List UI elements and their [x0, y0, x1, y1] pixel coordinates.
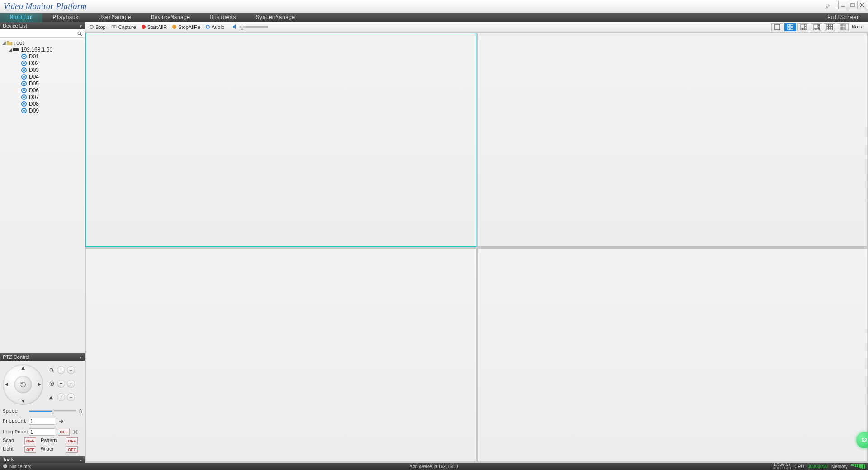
layout-8-button[interactable]: [811, 23, 822, 31]
tree-channel[interactable]: D06: [0, 87, 85, 94]
light-toggle[interactable]: OFF: [24, 446, 36, 453]
tree-channel[interactable]: D08: [0, 100, 85, 107]
pattern-label: Pattern: [41, 437, 63, 444]
menu-business[interactable]: Business: [200, 13, 246, 22]
tree-device-label: 192.168.1.60: [21, 47, 52, 53]
tree-channel[interactable]: D02: [0, 60, 85, 66]
zoom-in-button[interactable]: +: [57, 366, 65, 374]
video-cell-4[interactable]: [477, 248, 868, 462]
prepoint-go-button[interactable]: [58, 418, 65, 424]
device-list-title: Device List: [3, 23, 27, 28]
svg-point-11: [50, 382, 54, 386]
svg-rect-21: [791, 28, 793, 30]
looppoint-toggle[interactable]: OFF: [58, 429, 70, 436]
layout-1-button[interactable]: [771, 23, 783, 31]
content-area: Stop Capture StartAllR StopAllRe Audio M…: [85, 22, 868, 463]
info-icon: [3, 464, 8, 470]
collapse-icon[interactable]: ◢: [2, 40, 6, 45]
prepoint-combo[interactable]: [29, 418, 55, 425]
menu-playback[interactable]: Playback: [42, 13, 89, 22]
tree-channel[interactable]: D07: [0, 94, 85, 100]
layout-9-button[interactable]: [824, 23, 835, 31]
svg-rect-17: [774, 24, 780, 30]
speaker-icon[interactable]: [232, 24, 238, 30]
ptz-down-button[interactable]: [20, 398, 26, 404]
toolbar: Stop Capture StartAllR StopAllRe Audio M…: [85, 22, 868, 32]
tree-channel[interactable]: D03: [0, 66, 85, 73]
ptz-left-button[interactable]: [4, 381, 10, 388]
looppoint-delete-button[interactable]: [72, 429, 79, 435]
camera-icon: [21, 94, 27, 100]
camera-icon: [111, 24, 117, 30]
svg-line-5: [80, 34, 82, 36]
maximize-button[interactable]: [848, 1, 858, 9]
video-cell-2[interactable]: [477, 33, 868, 247]
menu-monitor[interactable]: Monitor: [0, 13, 42, 22]
wiper-toggle[interactable]: OFF: [66, 446, 78, 453]
svg-rect-37: [829, 24, 830, 26]
stop-all-record-button[interactable]: StopAllRe: [170, 22, 203, 32]
layout-more-button[interactable]: More: [850, 24, 866, 30]
ptz-right-button[interactable]: [36, 381, 42, 388]
ptz-home-button[interactable]: [14, 376, 32, 393]
ptz-title: PTZ Control: [3, 354, 29, 360]
svg-line-10: [52, 371, 54, 372]
device-list-header[interactable]: Device List ▾: [0, 22, 85, 29]
layout-4-button[interactable]: [784, 23, 796, 31]
tree-root-label: root: [14, 40, 24, 46]
focus-in-button[interactable]: +: [57, 380, 65, 388]
camera-icon: [21, 108, 27, 114]
tree-channel[interactable]: D05: [0, 80, 85, 87]
pattern-toggle[interactable]: OFF: [66, 437, 78, 444]
collapse-icon[interactable]: ◢: [8, 47, 13, 52]
ptz-up-button[interactable]: [20, 365, 26, 371]
camera-icon: [21, 101, 27, 107]
stop-icon: [90, 25, 94, 29]
menu-usermanage[interactable]: UserManage: [89, 13, 141, 22]
mem-label: Memory: [831, 464, 848, 469]
tree-root[interactable]: ◢ root: [0, 39, 85, 46]
tree-channel[interactable]: D04: [0, 73, 85, 80]
video-grid: [85, 32, 868, 463]
tree-device[interactable]: ◢ 192.168.1.60: [0, 46, 85, 53]
svg-rect-28: [814, 24, 818, 28]
layout-6-button[interactable]: [797, 23, 809, 31]
looppoint-combo[interactable]: [29, 428, 55, 436]
video-cell-3[interactable]: [86, 248, 476, 462]
video-cell-1[interactable]: [86, 33, 476, 247]
capture-button[interactable]: Capture: [108, 22, 139, 32]
iris-close-button[interactable]: −: [67, 393, 75, 401]
svg-rect-36: [827, 24, 829, 26]
zoom-out-button[interactable]: −: [67, 366, 75, 374]
search-icon[interactable]: [76, 30, 83, 37]
layout-16-button[interactable]: [837, 23, 849, 31]
menu-devicemanage[interactable]: DeviceManage: [141, 13, 200, 22]
close-button[interactable]: [857, 1, 867, 9]
svg-rect-35: [818, 29, 820, 30]
tools-header[interactable]: Tools ▸: [0, 456, 85, 463]
volume-slider[interactable]: [240, 26, 268, 28]
iris-open-button[interactable]: +: [57, 393, 65, 401]
svg-point-16: [113, 26, 114, 28]
search-input[interactable]: [0, 30, 75, 38]
minimize-button[interactable]: [838, 1, 848, 9]
speed-slider[interactable]: [29, 410, 76, 412]
fullscreen-button[interactable]: FullScreen: [827, 13, 860, 22]
prepoint-label: Prepoint: [3, 418, 26, 424]
sidebar: Device List ▾ ◢ root ◢ 1: [0, 22, 85, 463]
focus-icon: [48, 380, 55, 387]
pin-icon[interactable]: [823, 2, 832, 11]
svg-rect-18: [788, 24, 790, 27]
ptz-header[interactable]: PTZ Control ▾: [0, 353, 85, 361]
tree-channel[interactable]: D01: [0, 53, 85, 60]
audio-button[interactable]: Audio: [203, 22, 227, 32]
stop-button[interactable]: Stop: [87, 22, 108, 32]
wiper-label: Wiper: [41, 446, 63, 453]
start-all-record-button[interactable]: StartAllR: [139, 22, 170, 32]
notice-label: NoticeInfo:: [9, 464, 31, 469]
focus-out-button[interactable]: −: [67, 380, 75, 388]
tree-channel[interactable]: D09: [0, 107, 85, 114]
menu-systemmanage[interactable]: SystemManage: [246, 13, 305, 22]
audio-icon: [206, 25, 210, 29]
scan-toggle[interactable]: OFF: [24, 437, 36, 444]
